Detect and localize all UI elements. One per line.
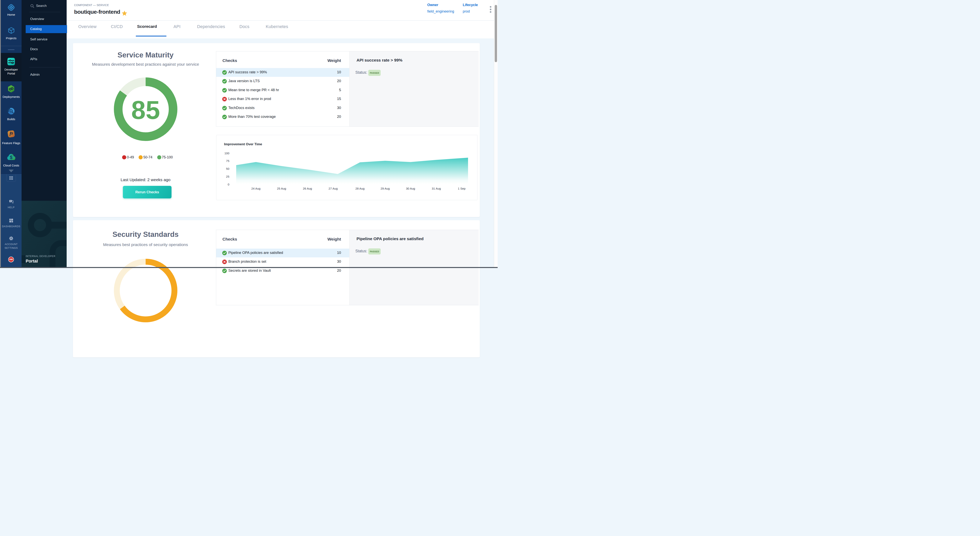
svg-text:?: ?: [10, 200, 11, 202]
svg-text:85: 85: [131, 95, 160, 124]
svg-text:$: $: [10, 155, 13, 160]
